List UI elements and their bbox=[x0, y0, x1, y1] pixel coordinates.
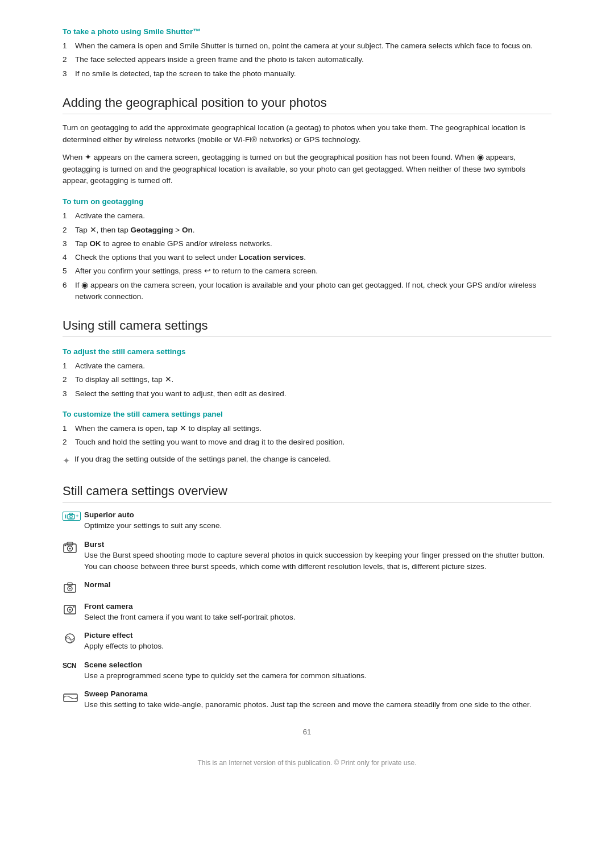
normal-icon bbox=[63, 580, 84, 594]
settings-row-scene-selection: SCN Scene selection Use a preprogrammed … bbox=[63, 661, 551, 682]
still-camera-section: Using still camera settings To adjust th… bbox=[63, 318, 551, 468]
list-item: 1 When the camera is open and Smile Shut… bbox=[63, 40, 551, 52]
settings-row-sweep-panorama: Sweep Panorama Use this setting to take … bbox=[63, 690, 551, 711]
front-camera-name: Front camera bbox=[84, 602, 551, 610]
list-item: 3 Tap OK to agree to enable GPS and/or w… bbox=[63, 238, 551, 250]
page-content: To take a photo using Smile Shutter™ 1 W… bbox=[63, 0, 551, 790]
settings-content-superior-auto: Superior auto Optimize your settings to … bbox=[84, 510, 551, 531]
front-camera-icon bbox=[63, 602, 84, 616]
sweep-panorama-desc: Use this setting to take wide-angle, pan… bbox=[84, 699, 551, 711]
list-item: 5 After you confirm your settings, press… bbox=[63, 265, 551, 277]
smile-shutter-heading: To take a photo using Smile Shutter™ bbox=[63, 27, 551, 36]
picture-effect-desc: Apply effects to photos. bbox=[84, 641, 551, 652]
page-number: 61 bbox=[63, 728, 551, 736]
list-item: 3 Select the setting that you want to ad… bbox=[63, 388, 551, 400]
svg-point-15 bbox=[73, 606, 74, 607]
adjust-steps: 1 Activate the camera. 2 To display all … bbox=[63, 360, 551, 400]
settings-row-normal: Normal bbox=[63, 580, 551, 594]
picture-effect-name: Picture effect bbox=[84, 631, 551, 639]
settings-content-picture-effect: Picture effect Apply effects to photos. bbox=[84, 631, 551, 652]
geotagging-body2: When ✦ appears on the camera screen, geo… bbox=[63, 152, 551, 188]
tip-row: ✦ If you drag the setting outside of the… bbox=[63, 454, 551, 468]
superior-auto-icon: i+ bbox=[63, 510, 84, 521]
settings-row-picture-effect: Picture effect Apply effects to photos. bbox=[63, 631, 551, 652]
sweep-panorama-icon bbox=[63, 690, 84, 703]
list-item: 2 Touch and hold the setting you want to… bbox=[63, 437, 551, 448]
list-item: 1 Activate the camera. bbox=[63, 210, 551, 222]
scene-selection-name: Scene selection bbox=[84, 661, 551, 669]
overview-section: Still camera settings overview i+ Superi… bbox=[63, 484, 551, 711]
burst-name: Burst bbox=[84, 540, 551, 549]
list-item: 3 If no smile is detected, tap the scree… bbox=[63, 68, 551, 80]
svg-point-2 bbox=[70, 516, 72, 518]
scene-selection-desc: Use a preprogrammed scene type to quickl… bbox=[84, 670, 551, 682]
burst-icon bbox=[63, 540, 84, 554]
adjust-heading: To adjust the still camera settings bbox=[63, 347, 551, 356]
settings-content-sweep-panorama: Sweep Panorama Use this setting to take … bbox=[84, 690, 551, 711]
settings-content-burst: Burst Use the Burst speed shooting mode … bbox=[84, 540, 551, 573]
superior-auto-name: Superior auto bbox=[84, 510, 551, 519]
geotagging-section-heading: Adding the geographical position to your… bbox=[63, 95, 551, 114]
footer: This is an Internet version of this publ… bbox=[63, 759, 551, 767]
settings-content-normal: Normal bbox=[84, 580, 551, 590]
list-item: 2 To display all settings, tap ✕. bbox=[63, 374, 551, 385]
svg-rect-7 bbox=[65, 545, 67, 546]
geotagging-body1: Turn on geotagging to add the approximat… bbox=[63, 122, 551, 146]
scene-selection-icon: SCN bbox=[63, 661, 84, 670]
burst-desc: Use the Burst speed shooting mode to cap… bbox=[84, 550, 551, 573]
customize-steps: 1 When the camera is open, tap ✕ to disp… bbox=[63, 423, 551, 448]
customize-heading: To customize the still camera settings p… bbox=[63, 410, 551, 418]
front-camera-desc: Select the front camera if you want to t… bbox=[84, 612, 551, 623]
still-camera-heading: Using still camera settings bbox=[63, 318, 551, 337]
svg-point-14 bbox=[69, 609, 71, 610]
settings-row-front-camera: Front camera Select the front camera if … bbox=[63, 602, 551, 623]
list-item: 2 Tap ✕, then tap Geotagging > On. bbox=[63, 225, 551, 236]
list-item: 1 When the camera is open, tap ✕ to disp… bbox=[63, 423, 551, 434]
settings-content-front-camera: Front camera Select the front camera if … bbox=[84, 602, 551, 623]
geotagging-section: Adding the geographical position to your… bbox=[63, 95, 551, 302]
svg-point-11 bbox=[69, 588, 71, 589]
turn-on-geotagging-steps: 1 Activate the camera. 2 Tap ✕, then tap… bbox=[63, 210, 551, 302]
tip-text: If you drag the setting outside of the s… bbox=[74, 454, 331, 465]
overview-heading: Still camera settings overview bbox=[63, 484, 551, 502]
list-item: 2 The face selected appears inside a gre… bbox=[63, 54, 551, 65]
settings-row-superior-auto: i+ Superior auto Optimize your settings … bbox=[63, 510, 551, 531]
turn-on-geotagging-heading: To turn on geotagging bbox=[63, 197, 551, 206]
picture-effect-icon bbox=[63, 631, 84, 645]
list-item: 1 Activate the camera. bbox=[63, 360, 551, 372]
list-item: 4 Check the options that you want to sel… bbox=[63, 252, 551, 263]
tip-icon: ✦ bbox=[63, 454, 70, 468]
smile-shutter-steps: 1 When the camera is open and Smile Shut… bbox=[63, 40, 551, 80]
normal-name: Normal bbox=[84, 580, 551, 589]
list-item: 6 If ◉ appears on the camera screen, you… bbox=[63, 280, 551, 303]
sweep-panorama-name: Sweep Panorama bbox=[84, 690, 551, 698]
smile-shutter-section: To take a photo using Smile Shutter™ 1 W… bbox=[63, 27, 551, 80]
superior-auto-desc: Optimize your settings to suit any scene… bbox=[84, 520, 551, 531]
svg-point-6 bbox=[69, 547, 71, 549]
settings-content-scene-selection: Scene selection Use a preprogrammed scen… bbox=[84, 661, 551, 682]
settings-row-burst: Burst Use the Burst speed shooting mode … bbox=[63, 540, 551, 573]
